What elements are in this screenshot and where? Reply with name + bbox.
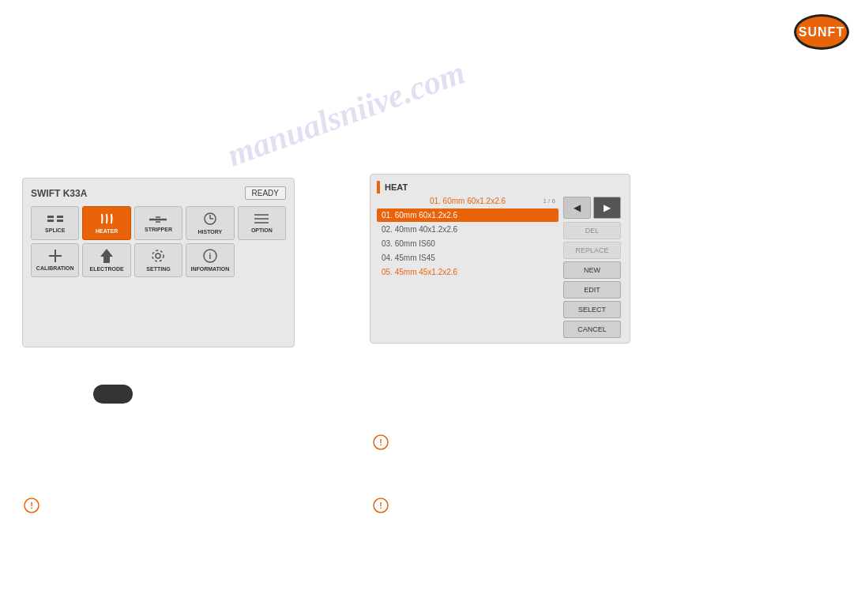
page-indicator: 1 / 6 (543, 197, 555, 205)
cancel-button[interactable]: CANCEL (563, 321, 621, 338)
heat-title: HEAT (385, 182, 408, 192)
heat-list-item-2-label: 02. 40mm 40x1.2x2.6 (382, 225, 457, 234)
menu-item-information[interactable]: i INFORMATION (186, 243, 234, 277)
ready-button[interactable]: READY (245, 186, 286, 200)
svg-rect-0 (47, 216, 54, 218)
heat-list-item-4[interactable]: 04. 45mm IS45 (377, 251, 558, 265)
option-label: OPTION (251, 227, 273, 233)
black-oval (93, 385, 133, 404)
warning-icon-1: ! (373, 434, 389, 454)
heat-list-item-2[interactable]: 02. 40mm 40x1.2x2.6 (377, 223, 558, 236)
heater-label: HEATER (96, 228, 118, 234)
logo-oval: SUNFT (794, 14, 849, 50)
electrode-icon (100, 249, 113, 265)
heat-list-item-3-label: 03. 60mm IS60 (382, 239, 435, 248)
splice-label: SPLICE (45, 227, 65, 233)
calibration-label: CALIBRATION (36, 265, 74, 271)
svg-marker-15 (100, 249, 113, 263)
device-panel: SWIFT K33A READY SPLICE (22, 178, 295, 347)
menu-item-setting[interactable]: SETTING (134, 243, 182, 277)
menu-item-option[interactable]: OPTION (238, 206, 286, 240)
menu-item-calibration[interactable]: CALIBRATION (31, 243, 79, 277)
del-button[interactable]: DEL (563, 222, 621, 239)
select-button[interactable]: SELECT (563, 301, 621, 318)
heat-bar-accent (377, 181, 380, 193)
device-title: SWIFT K33A (31, 188, 87, 199)
nav-back-button[interactable]: ◀ (563, 197, 591, 219)
heat-action-buttons: ◀ ▶ DEL REPLACE NEW EDIT SELECT CANCEL (563, 197, 623, 340)
menu-item-history[interactable]: HISTORY (186, 206, 234, 240)
nav-forward-button[interactable]: ▶ (593, 197, 621, 219)
electrode-label: ELECTRODE (90, 266, 124, 272)
heat-list-item-1-label: 01. 60mm 60x1.2x2.6 (382, 211, 457, 220)
heat-nav-row: ◀ ▶ (563, 197, 623, 219)
menu-grid: SPLICE HEATER STRIPPER (31, 206, 286, 277)
warning-icon-3: ! (373, 498, 389, 517)
new-button[interactable]: NEW (563, 261, 621, 279)
svg-text:!: ! (379, 501, 382, 510)
stripper-label: STRIPPER (145, 227, 172, 232)
option-icon (254, 213, 269, 226)
heat-list-area: 01. 60mm 60x1.2x2.6 1 / 6 01. 60mm 60x1.… (377, 197, 558, 340)
heat-header: HEAT (377, 181, 623, 193)
history-icon (203, 212, 217, 227)
watermark: manualsniive.com (222, 53, 470, 174)
replace-button[interactable]: REPLACE (563, 242, 621, 259)
splice-icon (47, 213, 63, 226)
menu-item-electrode[interactable]: ELECTRODE (82, 243, 130, 277)
heater-icon (99, 212, 115, 227)
menu-item-heater[interactable]: HEATER (82, 206, 130, 240)
information-icon: i (203, 249, 217, 265)
setting-label: SETTING (146, 266, 170, 272)
heat-list-item-1[interactable]: 01. 60mm 60x1.2x2.6 (377, 208, 558, 222)
svg-text:!: ! (30, 501, 33, 510)
logo: SUNFT (794, 14, 849, 50)
logo-text: SUNFT (799, 25, 844, 39)
calibration-icon (49, 250, 62, 264)
heat-list-item-4-label: 04. 45mm IS45 (382, 254, 435, 262)
svg-rect-3 (57, 220, 63, 222)
svg-point-16 (156, 254, 160, 258)
warning-icon-2: ! (24, 498, 39, 517)
menu-item-splice[interactable]: SPLICE (31, 206, 79, 240)
information-label: INFORMATION (190, 266, 229, 272)
heat-list-item-5-label: 05. 45mm 45x1.2x2.6 (382, 268, 457, 276)
menu-item-stripper[interactable]: STRIPPER (134, 206, 182, 240)
stripper-icon (149, 214, 167, 225)
device-header: SWIFT K33A READY (31, 186, 286, 200)
svg-rect-2 (57, 216, 63, 218)
heat-dialog: HEAT 01. 60mm 60x1.2x2.6 1 / 6 01. 60mm … (370, 174, 630, 344)
heat-list: 01. 60mm 60x1.2x2.6 02. 40mm 40x1.2x2.6 … (377, 208, 558, 340)
svg-point-17 (152, 250, 164, 261)
setting-icon (151, 249, 165, 265)
heat-list-item-3[interactable]: 03. 60mm IS60 (377, 237, 558, 250)
history-label: HISTORY (198, 229, 223, 235)
heat-current-item: 01. 60mm 60x1.2x2.6 (377, 197, 558, 205)
heat-list-item-5[interactable]: 05. 45mm 45x1.2x2.6 (377, 265, 558, 279)
svg-text:!: ! (379, 438, 382, 447)
svg-text:i: i (209, 252, 212, 261)
svg-rect-1 (47, 220, 54, 222)
edit-button[interactable]: EDIT (563, 281, 621, 299)
